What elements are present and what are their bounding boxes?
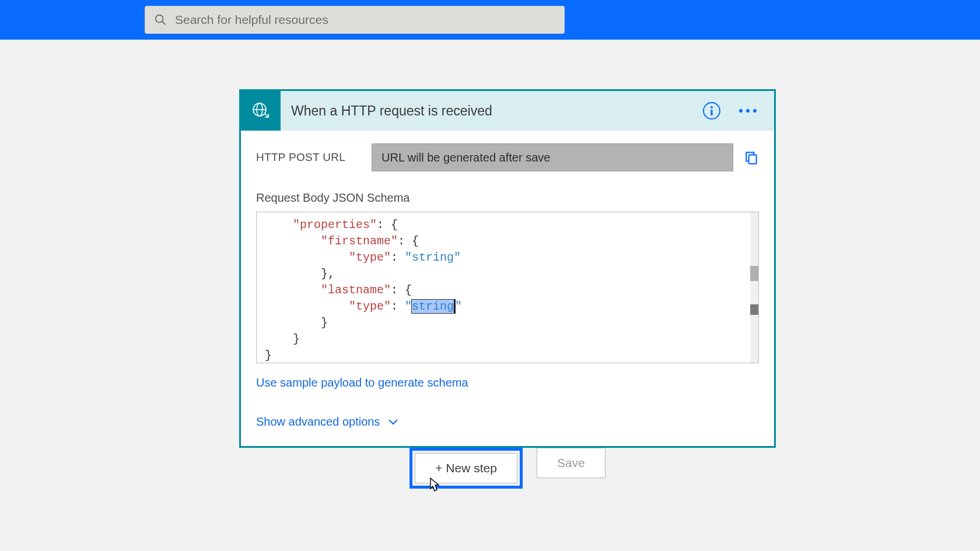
schema-label: Request Body JSON Schema [256,191,759,205]
copy-icon[interactable] [744,150,759,165]
svg-point-0 [156,15,163,23]
use-sample-payload-link[interactable]: Use sample payload to generate schema [256,376,759,389]
svg-point-5 [710,106,713,108]
json-key: "properties" [293,218,377,231]
info-icon[interactable] [703,102,720,120]
json-key: "type" [349,300,391,313]
http-trigger-icon [241,91,281,131]
selected-text: string [412,300,455,313]
json-key: "type" [349,251,391,264]
http-post-url-label: HTTP POST URL [256,151,361,164]
top-bar: Search for helpful resources [0,0,980,40]
scrollbar-track[interactable] [750,212,758,363]
svg-line-1 [162,22,166,25]
http-post-url-field: URL will be generated after save [372,143,733,171]
new-step-highlight: + New step [410,448,523,489]
search-box[interactable]: Search for helpful resources [145,6,565,34]
schema-editor[interactable]: "properties": { "firstname": { "type": "… [256,212,759,363]
scrollbar-thumb[interactable] [750,304,758,315]
svg-rect-7 [749,155,757,164]
json-key: "firstname" [321,234,398,248]
json-key: "lastname" [321,283,391,297]
new-step-button[interactable]: + New step [415,453,517,483]
json-string: "string" [405,251,461,264]
trigger-card: When a HTTP request is received HTTP POS… [239,89,776,448]
save-button[interactable]: Save [537,448,606,478]
svg-rect-6 [710,110,712,115]
show-advanced-options[interactable]: Show advanced options [256,415,759,429]
more-actions-icon[interactable] [736,106,760,116]
scrollbar-thumb[interactable] [750,266,758,281]
card-header[interactable]: When a HTTP request is received [241,91,774,131]
card-title: When a HTTP request is received [291,103,703,119]
card-body: HTTP POST URL URL will be generated afte… [241,131,774,446]
search-placeholder: Search for helpful resources [175,13,328,27]
chevron-down-icon [388,419,398,426]
search-icon [154,13,167,26]
show-advanced-label: Show advanced options [256,415,380,429]
action-bar: + New step Save [239,448,776,489]
